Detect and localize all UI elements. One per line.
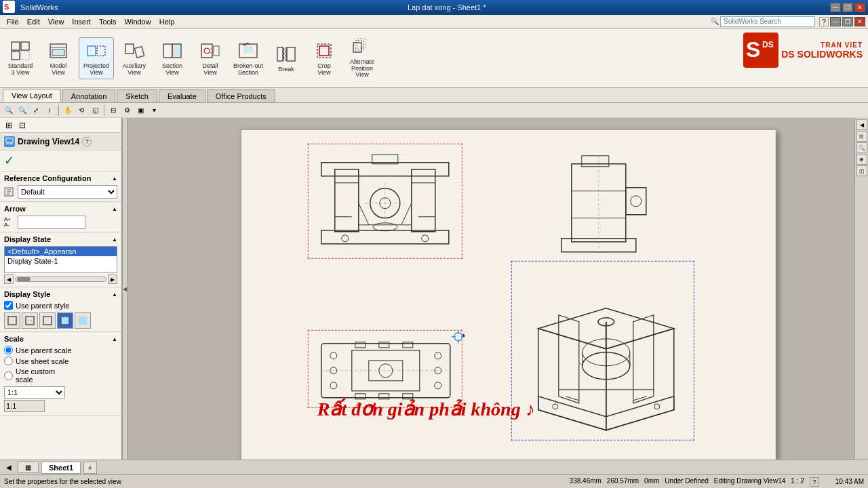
svg-point-87 [435, 382, 441, 389]
canvas-area[interactable]: Rất đơn giản phải không ♪ ◀ ⊡ 🔍 ⊕ ◫ [127, 118, 868, 460]
tab-office-products[interactable]: Office Products [207, 89, 275, 102]
menu-help[interactable]: Help [155, 16, 179, 27]
menu-window[interactable]: Window [121, 16, 155, 27]
zoom-fit-button[interactable]: ⤢ [30, 104, 42, 117]
svg-rect-29 [355, 41, 363, 50]
restore-button[interactable]: ❐ [842, 3, 853, 12]
zoom-in-button[interactable]: 🔍 [16, 104, 28, 117]
status-help-icon[interactable]: ? [810, 477, 819, 487]
display-state-item-0[interactable]: <Default>_Appearan [5, 247, 117, 256]
grid-button[interactable]: ▣ [134, 104, 146, 117]
section-view-button[interactable]: SectionView [155, 37, 190, 79]
title-text: Lap dat xong - Sheet1 * [63, 3, 830, 12]
scroll-track[interactable] [15, 277, 106, 282]
tab-sketch[interactable]: Sketch [117, 89, 157, 102]
use-parent-style-checkbox[interactable] [4, 301, 13, 310]
projected-view-label: Projected View [81, 63, 111, 77]
right-panel-btn-4[interactable]: ⊕ [856, 154, 867, 165]
auxiliary-view-button[interactable]: AuxiliaryView [117, 37, 152, 79]
crop-view-button[interactable]: CropView [307, 37, 342, 79]
tab-evaluate[interactable]: Evaluate [159, 89, 205, 102]
parent-scale-radio[interactable] [4, 346, 13, 354]
more-view-options[interactable]: ▾ [148, 104, 160, 117]
shaded-icon[interactable] [75, 312, 91, 329]
detail-view-button[interactable]: DetailView [193, 37, 228, 79]
scroll-left-btn[interactable]: ◀ [4, 274, 14, 284]
projected-view-button[interactable]: Projected View [79, 37, 114, 79]
hidden-lines-visible-icon[interactable] [22, 312, 38, 329]
pan-button[interactable]: ✋ [62, 104, 74, 117]
reference-config-title[interactable]: Reference Configuration ▲ [4, 174, 117, 182]
menu-edit[interactable]: Edit [23, 16, 44, 27]
custom-scale-radio[interactable] [4, 371, 13, 380]
svg-line-21 [210, 47, 214, 49]
crop-view-label: CropView [317, 63, 331, 77]
panel-minimize-btn[interactable]: — [830, 17, 841, 26]
close-button[interactable]: ✕ [854, 3, 865, 12]
arrow-label-input[interactable] [18, 216, 85, 229]
confirm-check[interactable]: ✓ [4, 154, 14, 167]
scale-preset-dropdown[interactable]: 1:1 1:2 1:5 2:1 [4, 386, 65, 399]
menu-tools[interactable]: Tools [95, 16, 121, 27]
display-state-list: <Default>_Appearan Display State-1 [4, 246, 117, 273]
hidden-lines-removed-icon[interactable] [39, 312, 56, 329]
alternate-position-view-icon [351, 37, 373, 58]
svg-point-85 [435, 352, 441, 359]
add-sheet-button[interactable]: + [83, 462, 97, 474]
red-text-overlay: Rất đơn giản phải không ♪ [317, 398, 535, 420]
top-view-drawing [315, 337, 457, 405]
reference-config-dropdown[interactable]: Default Config1 Config2 [18, 185, 117, 199]
menu-file[interactable]: File [3, 16, 23, 27]
sw-brand: S DS TRAN VIET DS SOLIDWORKS [743, 33, 863, 68]
zoom-sheet-button[interactable]: ↕ [43, 104, 56, 117]
break-view-button[interactable]: Break [269, 37, 304, 79]
svg-rect-41 [8, 317, 16, 325]
right-panel-btn-2[interactable]: ⊡ [856, 131, 867, 142]
right-panel-btn-3[interactable]: 🔍 [856, 142, 867, 153]
panel-close-btn[interactable]: ✕ [854, 17, 865, 26]
search-input[interactable] [720, 16, 815, 27]
scale-section: Scale ▲ Use parent scale Use sheet scale… [0, 332, 121, 415]
display-style-button[interactable]: ⊟ [107, 104, 119, 117]
sheet-tab-1[interactable]: Sheet1 [41, 462, 81, 474]
wireframe-icon[interactable] [4, 312, 20, 329]
help-icon[interactable]: ? [819, 17, 829, 26]
standard-3view-button[interactable]: Standard3 View [3, 37, 38, 79]
arrow-section-title[interactable]: Arrow ▲ [4, 205, 117, 213]
broken-out-section-button[interactable]: Broken-outSection [231, 37, 266, 79]
tab-bar: View Layout Annotation Sketch Evaluate O… [0, 88, 868, 103]
sheet-preview-tab[interactable]: ▦ [18, 462, 39, 473]
right-panel-btn-5[interactable]: ◫ [856, 165, 867, 176]
view-settings-button[interactable]: ⚙ [121, 104, 133, 117]
scroll-left-sheet-btn[interactable]: ◀ [3, 462, 15, 474]
panel-restore-btn[interactable]: ❐ [842, 17, 853, 26]
break-view-label: Break [278, 66, 294, 73]
parent-scale-label: Use parent scale [16, 346, 72, 354]
display-state-item-1[interactable]: Display State-1 [5, 256, 117, 266]
sheet-scale-radio[interactable] [4, 357, 13, 365]
display-state-title[interactable]: Display State ▲ [4, 235, 117, 243]
view-orient-button[interactable]: ◱ [89, 104, 101, 117]
model-view-button[interactable]: ModelView [41, 37, 76, 79]
scale-title[interactable]: Scale ▲ [4, 335, 117, 343]
right-panel-btn-1[interactable]: ◀ [856, 119, 867, 130]
scale-custom-input[interactable] [4, 400, 45, 412]
tab-annotation[interactable]: Annotation [62, 89, 116, 102]
display-style-title[interactable]: Display Style ▲ [4, 290, 117, 298]
parent-scale-item: Use parent scale [4, 346, 117, 354]
minimize-button[interactable]: — [830, 3, 841, 12]
shaded-with-edges-icon[interactable] [57, 312, 73, 329]
alternate-position-view-button[interactable]: AlternatePositionView [344, 37, 380, 79]
panel-icon-2[interactable]: ⊡ [16, 119, 28, 131]
scroll-right-btn[interactable]: ▶ [108, 274, 117, 284]
menu-view[interactable]: View [44, 16, 68, 27]
tab-view-layout[interactable]: View Layout [3, 89, 61, 102]
rotate-button[interactable]: ⟲ [75, 104, 87, 117]
zoom-out-button[interactable]: 🔍 [3, 104, 15, 117]
menu-insert[interactable]: Insert [68, 16, 95, 27]
title-controls: — ❐ ✕ [830, 3, 865, 12]
panel-collapse-handle[interactable]: ◀ [122, 118, 127, 460]
drawing-view-help[interactable]: ? [82, 137, 92, 146]
model-view-label: ModelView [50, 63, 67, 77]
panel-icon-1[interactable]: ⊞ [3, 119, 15, 131]
